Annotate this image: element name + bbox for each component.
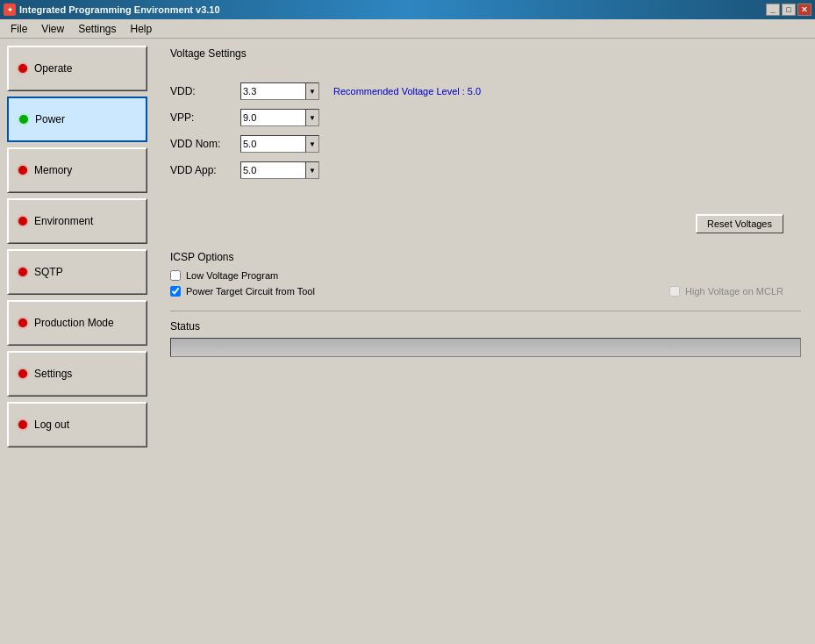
title-bar-controls[interactable]: _ □ ✕ <box>766 4 811 16</box>
menu-file[interactable]: File <box>4 21 34 37</box>
sidebar-item-operate[interactable]: Operate <box>7 46 147 91</box>
icsp-title: ICSP Options <box>170 251 801 263</box>
vddnom-label: VDD Nom: <box>170 138 240 150</box>
window-title: Integrated Programming Environment v3.10 <box>19 4 220 15</box>
sidebar-item-settings[interactable]: Settings <box>7 351 147 397</box>
vdd-label: VDD: <box>170 85 240 97</box>
vddapp-label: VDD App: <box>170 164 240 176</box>
high-voltage-label: High Voltage on MCLR <box>685 286 783 297</box>
sidebar-item-memory[interactable]: Memory <box>7 147 147 193</box>
sqtp-status-dot <box>18 268 27 276</box>
low-voltage-label: Low Voltage Program <box>186 270 278 281</box>
sidebar-logout-label: Log out <box>34 419 69 431</box>
operate-status-dot <box>18 64 27 73</box>
sidebar-operate-label: Operate <box>34 62 72 75</box>
divider <box>170 311 801 311</box>
high-voltage-checkbox <box>669 286 680 297</box>
reset-btn-area: Reset Voltages <box>170 214 801 233</box>
high-voltage-row: High Voltage on MCLR <box>669 286 801 297</box>
power-target-row: Power Target Circuit from Tool <box>170 286 315 297</box>
main-container: Operate Power Memory Environment SQTP Pr… <box>0 39 815 644</box>
vpp-select-wrapper: 9.0 12.0 13.0 ▼ <box>240 109 319 126</box>
vdd-select-wrapper: 3.3 5.0 2.5 1.8 ▼ <box>240 82 319 100</box>
logout-status-dot <box>18 420 27 429</box>
vdd-row: VDD: 3.3 5.0 2.5 1.8 ▼ Recommended Volta… <box>170 82 801 100</box>
power-target-checkbox[interactable] <box>170 286 181 297</box>
reset-voltages-button[interactable]: Reset Voltages <box>696 214 783 233</box>
icsp-section: ICSP Options Low Voltage Program Power T… <box>170 251 801 302</box>
sidebar: Operate Power Memory Environment SQTP Pr… <box>0 39 156 644</box>
title-bar: ✦ Integrated Programming Environment v3.… <box>0 0 815 19</box>
sidebar-sqtp-label: SQTP <box>34 266 63 278</box>
vpp-label: VPP: <box>170 111 240 124</box>
sidebar-memory-label: Memory <box>34 164 72 176</box>
sidebar-power-label: Power <box>35 113 65 125</box>
vddnom-row: VDD Nom: 5.0 3.3 2.5 ▼ <box>170 135 801 153</box>
sidebar-item-sqtp[interactable]: SQTP <box>7 249 147 295</box>
app-icon: ✦ <box>4 4 16 16</box>
recommended-voltage-text: Recommended Voltage Level : 5.0 <box>333 86 481 97</box>
close-button[interactable]: ✕ <box>797 4 811 16</box>
vddapp-select-wrapper: 5.0 3.3 2.5 ▼ <box>240 161 319 179</box>
menu-view[interactable]: View <box>34 21 71 37</box>
vdd-select[interactable]: 3.3 5.0 2.5 1.8 <box>240 82 319 100</box>
vddapp-row: VDD App: 5.0 3.3 2.5 ▼ <box>170 161 801 179</box>
low-voltage-checkbox[interactable] <box>170 270 181 281</box>
memory-status-dot <box>18 166 27 175</box>
status-section: Status <box>170 320 801 357</box>
vddnom-select[interactable]: 5.0 3.3 2.5 <box>240 135 319 153</box>
power-target-label: Power Target Circuit from Tool <box>186 286 315 297</box>
minimize-button[interactable]: _ <box>766 4 780 16</box>
sidebar-item-logout[interactable]: Log out <box>7 402 147 447</box>
status-bar <box>170 338 801 357</box>
sidebar-settings-label: Settings <box>34 368 72 380</box>
sidebar-environment-label: Environment <box>34 215 93 227</box>
status-title: Status <box>170 320 801 333</box>
vddapp-select[interactable]: 5.0 3.3 2.5 <box>240 161 319 179</box>
vddnom-select-wrapper: 5.0 3.3 2.5 ▼ <box>240 135 319 153</box>
low-voltage-row: Low Voltage Program <box>170 270 801 281</box>
vpp-row: VPP: 9.0 12.0 13.0 ▼ <box>170 109 801 126</box>
voltage-form: VDD: 3.3 5.0 2.5 1.8 ▼ Recommended Volta… <box>170 74 801 197</box>
power-target-container: Power Target Circuit from Tool High Volt… <box>170 286 801 302</box>
sidebar-item-power[interactable]: Power <box>7 97 147 142</box>
sidebar-production-label: Production Mode <box>34 317 114 329</box>
sidebar-item-production[interactable]: Production Mode <box>7 300 147 346</box>
menu-bar: File View Settings Help <box>0 19 815 39</box>
menu-settings[interactable]: Settings <box>71 21 123 37</box>
power-status-dot <box>19 115 28 124</box>
menu-help[interactable]: Help <box>124 21 160 37</box>
vpp-select[interactable]: 9.0 12.0 13.0 <box>240 109 319 126</box>
title-bar-left: ✦ Integrated Programming Environment v3.… <box>4 4 220 16</box>
settings-status-dot <box>18 369 27 378</box>
sidebar-item-environment[interactable]: Environment <box>7 198 147 244</box>
environment-status-dot <box>18 217 27 225</box>
maximize-button[interactable]: □ <box>782 4 796 16</box>
content-area: Voltage Settings VDD: 3.3 5.0 2.5 1.8 ▼ … <box>156 39 815 644</box>
voltage-settings-title: Voltage Settings <box>170 47 801 60</box>
production-status-dot <box>18 318 27 327</box>
